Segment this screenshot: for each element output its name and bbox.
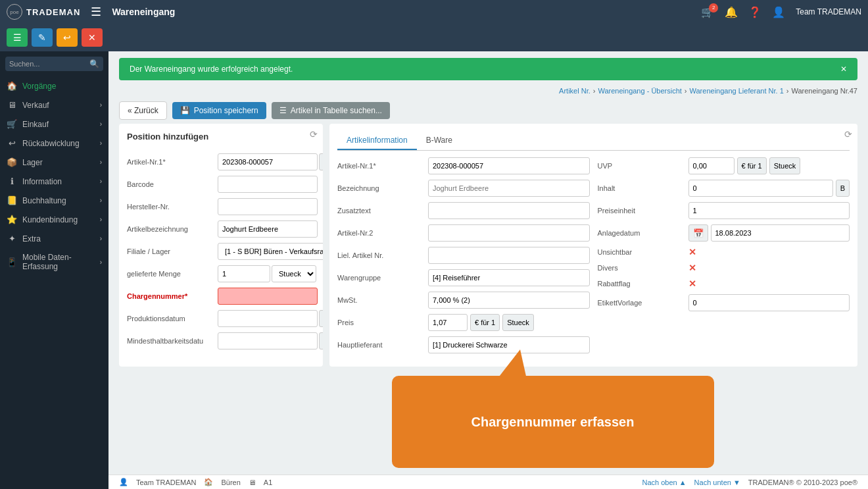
artikel-nr-clear-btn[interactable]: ✕	[319, 153, 323, 170]
barcode-row: Barcode	[127, 176, 315, 193]
footer-code: A1	[264, 478, 272, 486]
save-position-button[interactable]: 💾 Position speichern	[172, 102, 266, 119]
uvp-unit2-btn[interactable]: Stueck	[769, 157, 801, 174]
chevron-right-icon: ›	[100, 101, 102, 109]
r-warengruppe-input[interactable]	[428, 269, 590, 286]
sidebar-item-label: Vorgänge	[22, 82, 56, 91]
preiseinheit-input[interactable]	[688, 202, 850, 219]
cart-sidebar-icon: 🛒	[7, 119, 17, 129]
filiale-select[interactable]: [1 - S BÜR] Büren - Verkaufsraum	[218, 243, 323, 260]
inhalt-group: B	[688, 180, 850, 197]
r-preis-unit1-btn[interactable]: € für 1	[470, 314, 500, 331]
breadcrumb-uebersicht[interactable]: Wareneingang - Übersicht	[598, 87, 681, 95]
refresh-icon[interactable]: ⟳	[310, 129, 318, 140]
toolbar-blue-btn[interactable]: ✎	[32, 28, 53, 47]
menge-unit-select[interactable]: Stueck	[272, 265, 316, 282]
callout-overlay: Chargennummer erfassen	[392, 376, 714, 468]
back-button[interactable]: « Zurück	[119, 101, 167, 120]
menge-input[interactable]	[218, 265, 270, 282]
sidebar-item-verkauf[interactable]: 🖥 Verkauf ›	[0, 95, 108, 115]
save-label: Position speichern	[194, 106, 258, 115]
artikel-nr-input[interactable]	[218, 153, 318, 170]
r-warengruppe-label: Warengruppe	[337, 274, 423, 282]
filiale-label: Filiale / Lager	[127, 247, 212, 255]
chevron-right-icon: ›	[100, 259, 102, 266]
etikett-input[interactable]	[688, 294, 850, 311]
scroll-down-link[interactable]: Nach unten ▼	[694, 478, 740, 486]
inhalt-unit-btn[interactable]: B	[836, 180, 850, 197]
r-zusatztext-row: Zusatztext	[337, 202, 590, 219]
sidebar-item-buchhaltung[interactable]: 📒 Buchhaltung ›	[0, 191, 108, 210]
sidebar-item-kundenbindung[interactable]: ⭐ Kundenbindung ›	[0, 210, 108, 229]
icon-toolbar: ☰ ✎ ↩ ✕	[0, 24, 868, 51]
breadcrumb: Artikel Nr. › Wareneingang - Übersicht ›…	[108, 84, 868, 97]
tab-b-ware[interactable]: B-Ware	[417, 132, 462, 150]
sidebar-item-extra[interactable]: ✦ Extra ›	[0, 229, 108, 248]
user-icon[interactable]: 👤	[772, 6, 785, 18]
barcode-input[interactable]	[218, 176, 318, 193]
cart-icon[interactable]: 🛒 2	[701, 6, 714, 18]
mhd-input[interactable]	[218, 332, 318, 349]
action-bar: « Zurück 💾 Position speichern ☰ Artikel …	[108, 97, 868, 124]
r-bezeichnung-input[interactable]	[428, 180, 590, 197]
r-preis-input[interactable]	[428, 314, 468, 331]
info-icon: ℹ	[7, 176, 17, 186]
anlagedatum-calendar-btn[interactable]: 📅	[688, 224, 708, 242]
unsichtbar-row: Unsichtbar ✕	[598, 247, 850, 257]
r-preis-unit2-btn[interactable]: Stueck	[502, 314, 534, 331]
r-mwst-input[interactable]	[428, 292, 590, 309]
hersteller-input[interactable]	[218, 198, 318, 215]
chevron-right-icon: ›	[100, 197, 102, 204]
toolbar-yellow-btn[interactable]: ↩	[57, 28, 78, 47]
produktionsdatum-input[interactable]	[218, 310, 318, 327]
toolbar-green-btn[interactable]: ☰	[7, 28, 28, 47]
help-icon[interactable]: ❓	[748, 6, 761, 18]
r-liel-input[interactable]	[428, 247, 590, 264]
artikelbezeichnung-input[interactable]	[218, 220, 318, 238]
rabattflag-label: Rabattflag	[598, 280, 683, 288]
sidebar-item-rueckabwicklung[interactable]: ↩ Rückabwicklung ›	[0, 134, 108, 153]
close-icon[interactable]: ✕	[840, 64, 847, 74]
breadcrumb-artikel[interactable]: Artikel Nr.	[559, 87, 591, 95]
preiseinheit-row: Preiseinheit	[598, 202, 850, 219]
callout-box: Chargennummer erfassen	[392, 376, 714, 468]
r-artikel-nr2-input[interactable]	[428, 224, 590, 242]
toolbar-red-btn[interactable]: ✕	[82, 28, 103, 47]
r-artikel-nr-label: Artikel-Nr.1*	[337, 162, 423, 170]
produktionsdatum-calendar-btn[interactable]: 📅	[319, 310, 323, 327]
uvp-unit1-btn[interactable]: € für 1	[737, 157, 767, 174]
artikelbezeichnung-label: Artikelbezeichnung	[127, 225, 212, 233]
hamburger-icon[interactable]: ☰	[91, 5, 101, 19]
sidebar-item-einkauf[interactable]: 🛒 Einkauf ›	[0, 115, 108, 134]
search-box[interactable]: 🔍	[5, 57, 103, 71]
sidebar-item-mobile[interactable]: 📱 Mobile Daten-Erfassung ›	[0, 248, 108, 276]
sidebar: 🔍 🏠 Vorgänge 🖥 Verkauf › 🛒 Einkauf › ↩ R…	[0, 51, 108, 489]
mhd-calendar-btn[interactable]: 📅	[319, 332, 323, 349]
uvp-input[interactable]	[688, 157, 735, 174]
right-refresh-icon[interactable]: ⟳	[844, 129, 852, 140]
breadcrumb-lieferant[interactable]: Wareneingang Lieferant Nr. 1	[690, 87, 784, 95]
r-preis-row: Preis € für 1 Stueck	[337, 314, 590, 331]
r-artikel-nr-input[interactable]	[428, 157, 590, 174]
sidebar-item-lager[interactable]: 📦 Lager ›	[0, 153, 108, 172]
inhalt-input[interactable]	[688, 180, 833, 197]
artikel-nr-input-group: ✕ ⋮	[218, 153, 323, 170]
filiale-row: Filiale / Lager [1 - S BÜR] Büren - Verk…	[127, 243, 315, 260]
bell-icon[interactable]: 🔔	[725, 6, 738, 18]
sidebar-item-information[interactable]: ℹ Information ›	[0, 172, 108, 191]
anlagedatum-input[interactable]	[711, 224, 850, 242]
left-panel-title: Position hinzufügen	[127, 132, 315, 145]
chargennummer-label: Chargennummer*	[127, 292, 212, 300]
r-zusatztext-input[interactable]	[428, 202, 590, 219]
search-input[interactable]	[9, 60, 89, 68]
etikett-label: EtikettVorlage	[598, 299, 683, 307]
tab-artikelinformation[interactable]: Artikelinformation	[337, 132, 417, 150]
callout-arrow	[497, 349, 527, 379]
sidebar-item-vorgaenge[interactable]: 🏠 Vorgänge	[0, 76, 108, 95]
scroll-up-link[interactable]: Nach oben ▲	[642, 478, 686, 486]
chargennummer-input[interactable]	[218, 288, 318, 305]
right-col-left: Artikel-Nr.1* Bezeichnung Zusatztext	[337, 157, 590, 359]
anlagedatum-label: Anlagedatum	[598, 229, 683, 237]
search-table-button[interactable]: ☰ Artikel in Tabelle suchen...	[272, 102, 390, 119]
rabattflag-value: ✕	[688, 278, 696, 289]
